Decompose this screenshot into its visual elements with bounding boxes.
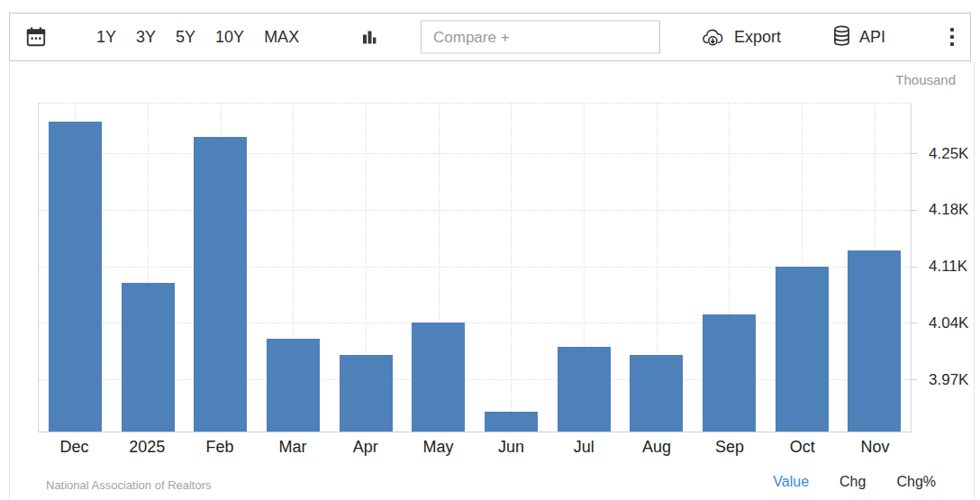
- api-label: API: [859, 28, 885, 47]
- bar-jul[interactable]: [558, 347, 611, 432]
- y-tick-label: 4.04K: [929, 314, 968, 332]
- y-tick-label: 4.11K: [929, 258, 967, 276]
- y-tick-mark: [911, 323, 917, 323]
- footer-link-value[interactable]: Value: [773, 474, 809, 490]
- x-axis-label-2025: 2025: [129, 438, 165, 457]
- footer-links: ValueChgChg%: [773, 474, 936, 490]
- h-gridline: [39, 153, 911, 154]
- api-button[interactable]: API: [832, 25, 885, 49]
- footer-link-chg[interactable]: Chg: [839, 474, 866, 490]
- calendar-button[interactable]: [24, 25, 48, 49]
- range-button-5y[interactable]: 5Y: [176, 28, 195, 47]
- more-options-button[interactable]: [939, 22, 965, 52]
- compare-box: [421, 21, 660, 54]
- export-button[interactable]: Export: [702, 27, 781, 47]
- y-axis-labels: 4.25K4.18K4.11K4.04K3.97K: [921, 103, 974, 432]
- cloud-download-icon: [702, 27, 726, 47]
- range-button-1y[interactable]: 1Y: [96, 28, 116, 47]
- x-axis-label-jul: Jul: [574, 438, 594, 457]
- y-tick-label: 4.25K: [929, 145, 968, 163]
- calendar-icon: [24, 25, 48, 49]
- bar-2025[interactable]: [122, 283, 175, 432]
- bar-may[interactable]: [412, 323, 465, 432]
- plot-area: [38, 103, 912, 432]
- y-tick-label: 3.97K: [929, 371, 968, 389]
- source-attribution: National Association of Realtors: [46, 478, 212, 492]
- y-tick-mark: [911, 153, 917, 154]
- y-tick-mark: [911, 210, 917, 211]
- y-tick-mark: [911, 267, 917, 268]
- chart-type-button[interactable]: [359, 27, 379, 47]
- x-axis-label-sep: Sep: [715, 438, 744, 457]
- bar-jun[interactable]: [485, 412, 538, 432]
- h-gridline: [39, 210, 911, 211]
- bar-nov[interactable]: [848, 250, 901, 432]
- footer-link-chgpct[interactable]: Chg%: [896, 474, 936, 490]
- x-axis-labels: Dec2025FebMarAprMayJunJulAugSepOctNov: [38, 436, 912, 459]
- compare-input[interactable]: [421, 21, 660, 54]
- v-gridline: [511, 103, 512, 432]
- bar-chart-icon: [359, 27, 379, 47]
- range-button-3y[interactable]: 3Y: [136, 28, 156, 47]
- range-button-10y[interactable]: 10Y: [215, 28, 244, 47]
- bar-oct[interactable]: [776, 267, 829, 432]
- x-axis-label-nov: Nov: [861, 438, 890, 457]
- bar-mar[interactable]: [267, 339, 320, 432]
- database-icon: [832, 25, 851, 49]
- x-axis-label-mar: Mar: [278, 438, 306, 457]
- range-selector: 1Y3Y5Y10YMAX: [96, 28, 299, 47]
- bar-sep[interactable]: [703, 314, 756, 432]
- y-tick-label: 4.18K: [929, 201, 968, 219]
- y-tick-mark: [911, 379, 917, 380]
- chart-toolbar: 1Y3Y5Y10YMAX Export: [9, 13, 971, 61]
- x-axis-label-may: May: [423, 438, 454, 457]
- range-button-max[interactable]: MAX: [264, 28, 299, 47]
- x-axis-label-feb: Feb: [206, 438, 234, 457]
- kebab-menu-icon: [950, 28, 954, 46]
- x-axis-label-apr: Apr: [353, 438, 378, 457]
- x-axis-label-oct: Oct: [790, 438, 815, 457]
- x-axis-label-jun: Jun: [498, 438, 524, 457]
- bar-dec[interactable]: [49, 122, 102, 432]
- export-label: Export: [734, 28, 781, 47]
- x-axis-label-dec: Dec: [59, 438, 88, 457]
- y-axis-unit-label: Thousand: [895, 72, 956, 87]
- bar-aug[interactable]: [630, 355, 683, 432]
- bar-feb[interactable]: [194, 137, 247, 432]
- chart-container: Thousand 4.25K4.18K4.11K4.04K3.97K Dec20…: [9, 61, 975, 500]
- bar-apr[interactable]: [340, 355, 393, 432]
- x-axis-label-aug: Aug: [642, 438, 671, 457]
